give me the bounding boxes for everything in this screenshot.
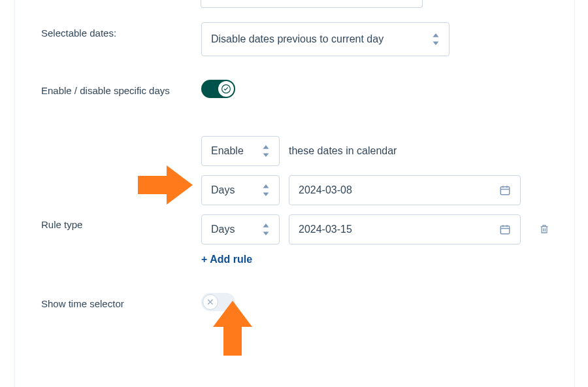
- date-input[interactable]: 2024-03-15: [289, 214, 521, 244]
- settings-card: Selectable dates: Disable dates previous…: [14, 0, 575, 387]
- calendar-icon: [499, 224, 511, 235]
- select-rule-unit-value: Days: [211, 184, 235, 196]
- annotation-arrow-right: [138, 168, 194, 202]
- caret-updown-icon: [262, 224, 270, 235]
- calendar-icon: [499, 184, 511, 196]
- label-enable-days: Enable / disable specific days: [41, 80, 201, 96]
- toggle-knob: [218, 81, 234, 97]
- select-rule-unit-value: Days: [211, 224, 235, 235]
- toggle-enable-days[interactable]: [201, 80, 235, 98]
- svg-rect-2: [500, 226, 510, 234]
- row-time-selector: Show time selector ✕: [41, 272, 548, 323]
- date-input-value: 2024-03-15: [299, 224, 352, 235]
- rule-row: Days 2024-03-15: [201, 214, 549, 244]
- select-rule-action[interactable]: Enable: [201, 136, 280, 166]
- annotation-arrow-up: [216, 299, 250, 356]
- rule-block: Enable these dates in calendar Days: [201, 136, 549, 265]
- check-icon: [221, 84, 231, 93]
- svg-rect-1: [500, 187, 510, 195]
- delete-rule-button[interactable]: [539, 223, 549, 237]
- rule-row: Days 2024-03-08: [201, 175, 549, 205]
- date-input-value: 2024-03-08: [299, 184, 352, 196]
- rule-action-line: Enable these dates in calendar: [201, 136, 549, 166]
- rule-action-suffix: these dates in calendar: [289, 145, 397, 157]
- caret-updown-icon: [432, 33, 440, 45]
- caret-updown-icon: [262, 184, 270, 196]
- label-time-selector: Show time selector: [41, 293, 201, 309]
- select-selectable-dates-value: Disable dates previous to current day: [211, 33, 384, 45]
- add-rule-button[interactable]: + Add rule: [201, 254, 252, 265]
- row-rule-type: Rule type Enable these dates in calendar: [41, 110, 548, 272]
- select-rule-unit[interactable]: Days: [201, 214, 280, 244]
- select-rule-action-value: Enable: [211, 145, 244, 157]
- date-input[interactable]: 2024-03-08: [289, 175, 521, 205]
- caret-updown-icon: [262, 145, 270, 157]
- label-selectable-dates: Selectable dates:: [41, 22, 201, 39]
- row-selectable-dates: Selectable dates: Disable dates previous…: [41, 10, 548, 68]
- trash-icon: [539, 223, 549, 235]
- row-enable-days: Enable / disable specific days: [41, 68, 548, 110]
- select-rule-unit[interactable]: Days: [201, 175, 280, 205]
- select-selectable-dates[interactable]: Disable dates previous to current day: [201, 22, 449, 56]
